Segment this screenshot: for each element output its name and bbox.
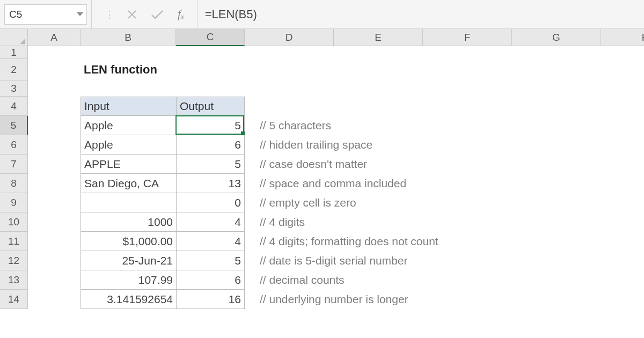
cell-A4[interactable] xyxy=(28,97,80,116)
output-cell[interactable]: 6 xyxy=(176,135,245,155)
row-header-3[interactable]: 3 xyxy=(0,80,28,97)
column-headers: ABCDEFGH xyxy=(28,29,644,46)
input-cell[interactable]: $1,000.00 xyxy=(80,232,176,251)
cell-A13[interactable] xyxy=(28,270,80,290)
cell-A14[interactable] xyxy=(28,290,80,309)
formula-input[interactable]: =LEN(B5) xyxy=(197,0,644,28)
row-header-1[interactable]: 1 xyxy=(0,46,28,59)
input-cell[interactable]: Apple xyxy=(80,116,176,135)
input-cell[interactable]: 25-Jun-21 xyxy=(80,251,176,270)
comment-text: // empty cell is zero xyxy=(260,196,356,209)
row-header-12[interactable]: 12 xyxy=(0,251,28,270)
row-headers: 1234567891011121314 xyxy=(0,46,28,309)
input-cell[interactable]: Apple xyxy=(80,135,176,155)
chevron-down-icon[interactable] xyxy=(77,12,83,16)
row-header-11[interactable]: 11 xyxy=(0,232,28,251)
row-header-8[interactable]: 8 xyxy=(0,174,28,193)
column-header-H[interactable]: H xyxy=(601,29,644,46)
cell-A2[interactable] xyxy=(28,59,80,80)
comment-text: // hidden trailing space xyxy=(260,138,372,151)
output-cell[interactable]: 5 xyxy=(176,116,245,135)
column-header-A[interactable]: A xyxy=(28,29,80,46)
column-header-F[interactable]: F xyxy=(423,29,512,46)
row-header-4[interactable]: 4 xyxy=(0,97,28,116)
cell-A10[interactable] xyxy=(28,212,80,232)
name-box[interactable]: C5 xyxy=(4,4,87,25)
comment-cell: // 4 digits xyxy=(245,212,512,232)
cell-A7[interactable] xyxy=(28,155,80,174)
comment-cell: // case doesn't matter xyxy=(245,155,512,174)
column-header-B[interactable]: B xyxy=(80,29,176,46)
input-cell[interactable] xyxy=(80,193,176,212)
input-cell[interactable]: San Diego, CA xyxy=(80,174,176,193)
row-header-5[interactable]: 5 xyxy=(0,116,28,135)
row-header-2[interactable]: 2 xyxy=(0,59,28,80)
formula-text: =LEN(B5) xyxy=(205,8,257,21)
comment-text: // date is 5-digit serial number xyxy=(260,254,407,267)
cell-A12[interactable] xyxy=(28,251,80,270)
comment-cell: // 5 characters xyxy=(245,116,512,135)
comment-text: // space and comma included xyxy=(260,177,406,190)
row-header-14[interactable]: 14 xyxy=(0,290,28,309)
output-cell[interactable]: 4 xyxy=(176,212,245,232)
comment-text: // case doesn't matter xyxy=(260,158,367,171)
cell-A5[interactable] xyxy=(28,116,80,135)
output-cell[interactable]: 4 xyxy=(176,232,245,251)
column-header-G[interactable]: G xyxy=(512,29,601,46)
name-box-container: C5 xyxy=(0,0,91,28)
comment-text: // 4 digits; formatting does not count xyxy=(260,235,438,248)
column-header-E[interactable]: E xyxy=(334,29,423,46)
input-cell[interactable]: 1000 xyxy=(80,212,176,232)
output-cell[interactable]: 16 xyxy=(176,290,245,309)
enter-icon[interactable] xyxy=(151,9,164,20)
output-cell[interactable]: 13 xyxy=(176,174,245,193)
row-header-13[interactable]: 13 xyxy=(0,270,28,290)
output-cell[interactable]: 6 xyxy=(176,270,245,290)
comment-text: // decimal counts xyxy=(260,274,345,286)
cell-A8[interactable] xyxy=(28,174,80,193)
table-header-input[interactable]: Input xyxy=(80,97,176,116)
column-header-D[interactable]: D xyxy=(245,29,334,46)
comment-cell: // date is 5-digit serial number xyxy=(245,251,512,270)
comment-cell: // hidden trailing space xyxy=(245,135,512,155)
drag-handle-icon[interactable]: ⋮ xyxy=(105,9,113,20)
output-cell[interactable]: 0 xyxy=(176,193,245,212)
comment-text: // 5 characters xyxy=(260,119,331,132)
formula-bar-buttons: ⋮ fx xyxy=(92,0,197,28)
cell-A9[interactable] xyxy=(28,193,80,212)
cancel-icon[interactable] xyxy=(127,10,137,19)
fx-icon[interactable]: fx xyxy=(178,8,184,21)
input-cell[interactable]: 107.99 xyxy=(80,270,176,290)
row-header-9[interactable]: 9 xyxy=(0,193,28,212)
comment-text: // underlying number is longer xyxy=(260,293,408,306)
cell-A11[interactable] xyxy=(28,232,80,251)
spreadsheet-grid[interactable]: ABCDEFGH 1234567891011121314 LEN functio… xyxy=(0,29,644,338)
title-text: LEN function xyxy=(84,63,157,77)
table-header-output[interactable]: Output xyxy=(176,97,245,116)
cell-area[interactable]: LEN functionInputOutputApple5// 5 charac… xyxy=(28,46,512,309)
comment-cell: // decimal counts xyxy=(245,270,512,290)
output-cell[interactable]: 5 xyxy=(176,155,245,174)
input-cell[interactable]: 3.141592654 xyxy=(80,290,176,309)
row-header-7[interactable]: 7 xyxy=(0,155,28,174)
formula-bar: C5 ⋮ fx =LEN(B5) xyxy=(0,0,644,29)
cell-A6[interactable] xyxy=(28,135,80,155)
name-box-value: C5 xyxy=(9,9,22,20)
select-all-corner[interactable] xyxy=(0,29,28,46)
comment-cell: // space and comma included xyxy=(245,174,512,193)
output-cell[interactable]: 5 xyxy=(176,251,245,270)
comment-cell: // 4 digits; formatting does not count xyxy=(245,232,512,251)
comment-cell: // underlying number is longer xyxy=(245,290,512,309)
input-cell[interactable]: APPLE xyxy=(80,155,176,174)
column-header-C[interactable]: C xyxy=(176,29,245,46)
comment-text: // 4 digits xyxy=(260,216,305,229)
row-header-10[interactable]: 10 xyxy=(0,212,28,232)
row-header-6[interactable]: 6 xyxy=(0,135,28,155)
comment-cell: // empty cell is zero xyxy=(245,193,512,212)
page-title: LEN function xyxy=(80,59,334,80)
